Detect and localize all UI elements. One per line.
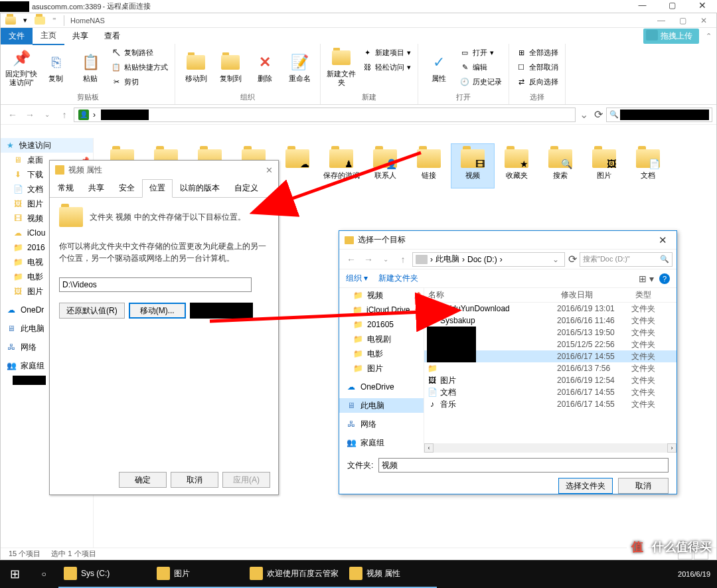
taskbar-app[interactable]: 图片 — [151, 560, 244, 588]
start-button[interactable]: ⊞ — [0, 560, 29, 588]
recent-dropdown[interactable]: ⌄ — [378, 252, 394, 267]
folder-name-input[interactable] — [378, 458, 669, 473]
cut-button[interactable]: ✂剪切 — [108, 74, 171, 89]
prop-tab[interactable]: 以前的版本 — [173, 179, 227, 197]
folder-item[interactable]: 📄文档 — [626, 143, 670, 188]
sidebar-quick-access[interactable]: ★快速访问 — [1, 138, 93, 153]
folder-item[interactable]: 👤联系人 — [363, 143, 407, 188]
col-date[interactable]: 修改日期 — [557, 289, 631, 301]
find-target-button[interactable]: 查找目标(F)... — [190, 303, 253, 319]
taskbar-app[interactable]: Sys (C:) — [58, 560, 151, 588]
list-row[interactable]: 📁BaiduYunDownload2016/6/19 13:01文件夹 — [424, 303, 677, 315]
rename-button[interactable]: 📝重命名 — [283, 45, 316, 89]
prop-tab[interactable]: 自定义 — [227, 179, 266, 197]
apply-button[interactable]: 应用(A) — [222, 472, 270, 488]
easy-access[interactable]: ⛓轻松访问 ▾ — [359, 60, 414, 74]
paste-button[interactable]: 📋粘贴 — [74, 45, 107, 89]
minimize-button[interactable]: — — [627, 0, 657, 13]
search-field[interactable]: 搜索"Doc (D:)" 🔍 — [580, 252, 673, 267]
bd-sidebar-item[interactable]: 📁iCloud Drive📌 — [339, 303, 424, 317]
cancel-button[interactable]: 取消 — [171, 472, 218, 488]
qat-folder[interactable] — [33, 14, 47, 27]
pin-to-quick-access[interactable]: 📌固定到"快速访问" — [5, 45, 38, 89]
upload-button[interactable]: 拖拽上传 — [643, 29, 699, 44]
clock[interactable]: 2016/6/19 — [671, 570, 717, 578]
delete-button[interactable]: ✕删除 — [248, 45, 281, 89]
move-to[interactable]: 移动到 — [179, 45, 212, 89]
recent-dropdown[interactable]: ⌄ — [39, 107, 55, 123]
forward-button[interactable]: → — [360, 252, 376, 267]
open-button[interactable]: ▭打开 ▾ — [457, 45, 505, 60]
address-field[interactable]: 👤 › — [74, 108, 576, 122]
file-list[interactable]: 名称 修改日期 类型 📁BaiduYunDownload2016/6/19 13… — [424, 288, 677, 453]
properties-button[interactable]: ✓属性 — [422, 45, 455, 89]
search-field[interactable]: 🔍 — [606, 108, 712, 122]
list-row[interactable]: ♪音乐2016/6/17 14:55文件夹 — [424, 398, 677, 410]
bd-this-pc[interactable]: 🖥此电脑 — [339, 398, 424, 413]
ribbon-collapse[interactable]: ⌃ — [704, 32, 712, 40]
move-button[interactable]: 移动(M)... — [129, 303, 186, 319]
folder-item[interactable]: 链接 — [407, 143, 451, 188]
select-none[interactable]: ☐全部取消 — [513, 60, 561, 74]
copy-to[interactable]: 复制到 — [214, 45, 247, 89]
list-row[interactable]: 📄文档2016/6/17 14:55文件夹 — [424, 386, 677, 398]
taskbar-app[interactable]: 视频 属性 — [344, 560, 437, 588]
forward-button[interactable]: → — [22, 107, 38, 123]
select-all[interactable]: ⊞全部选择 — [513, 45, 561, 60]
inner-close[interactable]: ✕ — [694, 14, 714, 27]
bd-sidebar-item[interactable]: 📁视频📌 — [339, 288, 424, 303]
bd-homegroup[interactable]: 👥家庭组 — [339, 435, 424, 450]
inner-minimize[interactable]: — — [651, 14, 671, 27]
organize-menu[interactable]: 组织 ▾ — [346, 273, 368, 284]
paste-shortcut[interactable]: 📋粘贴快捷方式 — [108, 60, 171, 74]
history-button[interactable]: 🕘历史记录 — [457, 74, 505, 89]
view-menu[interactable]: ⊞ ▾ — [639, 273, 654, 284]
tab-home[interactable]: 主页 — [33, 27, 64, 45]
bd-sidebar-item[interactable]: 📁图片 — [339, 361, 424, 376]
folder-item[interactable]: 🎞视频 — [451, 143, 495, 188]
close-button[interactable]: ✕ — [687, 0, 717, 13]
new-folder[interactable]: 新建文件夹 — [325, 45, 358, 89]
bd-network[interactable]: 🖧网络 — [339, 417, 424, 431]
prop-tab[interactable]: 共享 — [81, 179, 112, 197]
list-row[interactable]: 📁Sysbakup2016/6/16 11:46文件夹 — [424, 315, 677, 327]
list-row[interactable]: 📁2016/6/13 7:56文件夹 — [424, 362, 677, 374]
qat-menu[interactable]: ⁼ — [47, 14, 62, 27]
restore-default-button[interactable]: 还原默认值(R) — [59, 303, 125, 319]
addr-dropdown[interactable]: ⌄ — [577, 108, 590, 121]
tab-view[interactable]: 查看 — [96, 28, 128, 44]
help-button[interactable]: ? — [659, 273, 670, 284]
new-folder-button[interactable]: 新建文件夹 — [378, 273, 418, 284]
prop-tab[interactable]: 安全 — [112, 179, 142, 197]
close-button[interactable]: ✕ — [655, 234, 671, 246]
close-button[interactable]: ✕ — [266, 165, 273, 175]
col-type[interactable]: 类型 — [631, 289, 665, 301]
inner-maximize[interactable]: ▢ — [673, 14, 692, 27]
bd-sidebar-item[interactable]: 📁201605 — [339, 317, 424, 332]
folder-item[interactable]: ★收藏夹 — [495, 143, 538, 188]
folder-item[interactable]: ♟保存的游戏 — [319, 143, 363, 188]
cortana-button[interactable]: ○ — [29, 560, 58, 588]
cancel-button[interactable]: 取消 — [618, 478, 669, 494]
path-input[interactable] — [59, 277, 252, 292]
up-button[interactable]: ↑ — [56, 107, 72, 123]
bd-sidebar-item[interactable]: 📁电影 — [339, 346, 424, 361]
tab-share[interactable]: 共享 — [64, 28, 96, 44]
prop-tab[interactable]: 位置 — [142, 179, 173, 198]
refresh-button[interactable]: ⟳ — [566, 253, 578, 265]
refresh-button[interactable]: ⟳ — [592, 108, 605, 121]
maximize-button[interactable]: ▢ — [657, 0, 687, 13]
folder-icon[interactable] — [3, 14, 18, 27]
bd-onedrive[interactable]: ☁OneDrive — [339, 380, 424, 394]
ok-button[interactable]: 确定 — [119, 472, 167, 488]
back-button[interactable]: ← — [343, 252, 359, 267]
qat-dropdown[interactable]: ▾ — [18, 14, 33, 27]
taskbar-app[interactable]: 欢迎使用百度云管家 — [244, 560, 344, 588]
copy-button[interactable]: ⎘复制 — [39, 45, 72, 89]
invert-selection[interactable]: ⇄反向选择 — [513, 74, 561, 89]
folder-item[interactable]: ☁ — [276, 143, 319, 188]
col-name[interactable]: 名称 — [424, 289, 557, 301]
new-item[interactable]: ✦新建项目 ▾ — [359, 45, 414, 60]
folder-item[interactable]: 🔍搜索 — [538, 143, 582, 188]
edit-button[interactable]: ✎编辑 — [457, 60, 505, 74]
